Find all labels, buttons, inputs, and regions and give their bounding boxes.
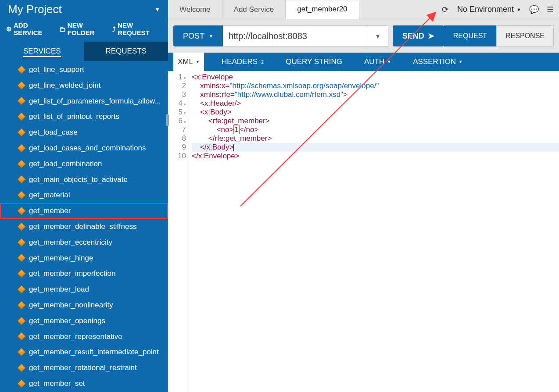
headers-tab[interactable]: HEADERS2 (217, 53, 268, 71)
service-icon (17, 317, 26, 325)
service-icon (17, 128, 26, 137)
tab-requests[interactable]: REQUESTS (84, 42, 168, 61)
method-selector[interactable]: POST ▼ (173, 25, 223, 46)
service-item[interactable]: get_member_nonlinearity (0, 297, 168, 313)
new-folder-button[interactable]: 🗀 NEW FOLDER (59, 21, 107, 36)
add-service-button[interactable]: ⊕ ADD SERVICE (6, 21, 54, 36)
environment-selector[interactable]: No Environment ▼ (457, 5, 521, 14)
code-area[interactable]: <x:Envelope xmlns:x="http://schemas.xmls… (189, 71, 559, 392)
service-icon (17, 285, 26, 294)
service-icon (17, 363, 26, 372)
service-label: get_load_combination (29, 159, 102, 169)
tab-services-label: SERVICES (23, 47, 61, 57)
service-label: get_list_of_parameters_formula_allow... (29, 96, 161, 107)
service-item[interactable]: get_member_imperfection (0, 266, 168, 282)
service-label: get_material (29, 190, 70, 200)
menu-icon[interactable]: ☰ (547, 5, 554, 14)
service-label: get_load_cases_and_combinations (29, 143, 146, 153)
service-label: get_member_rotational_restraint (29, 363, 137, 373)
service-icon (17, 379, 26, 388)
new-request-button[interactable]: ⤴ NEW REQUEST (112, 21, 162, 36)
sidebar-tabs: SERVICES REQUESTS (0, 42, 168, 61)
service-label: get_line_welded_joint (29, 80, 101, 91)
request-tab[interactable]: REQUEST (444, 25, 496, 46)
service-icon (17, 254, 26, 263)
tab-requests-label: REQUESTS (105, 47, 147, 55)
service-item[interactable]: get_line_welded_joint (0, 78, 168, 93)
service-item[interactable]: get_line_support (0, 62, 168, 78)
plus-circle-icon: ⊕ (6, 25, 12, 33)
method-label: POST (183, 32, 204, 41)
caret-down-icon: ▼ (459, 60, 462, 64)
service-icon (17, 269, 26, 278)
service-icon (17, 222, 26, 231)
service-item[interactable]: get_member_definable_stiffness (0, 219, 168, 235)
service-item[interactable]: get_load_cases_and_combinations (0, 140, 168, 156)
service-label: get_list_of_printout_reports (29, 111, 119, 122)
tab-welcome[interactable]: Welcome (168, 0, 222, 19)
request-response-tabs: REQUEST RESPONSE (444, 25, 554, 46)
service-item[interactable]: get_main_objects_to_activate (0, 172, 168, 188)
url-input-wrapper (223, 25, 368, 46)
line-gutter: 12345678910 (168, 71, 189, 392)
service-item[interactable]: get_list_of_parameters_formula_allow... (0, 93, 168, 109)
service-item[interactable]: get_member_representative (0, 329, 168, 345)
service-label: get_member_openings (29, 316, 105, 326)
new-folder-label: NEW FOLDER (68, 21, 107, 36)
response-tab[interactable]: RESPONSE (496, 25, 554, 46)
request-row: POST ▼ ▾ SEND ➤ REQUEST RESPONSE (168, 19, 559, 53)
headers-count: 2 (261, 59, 264, 64)
service-icon (17, 332, 26, 341)
tab-add-service[interactable]: Add Service (222, 0, 286, 19)
service-item[interactable]: get_member_openings (0, 313, 168, 329)
service-label: get_member_set (29, 378, 85, 389)
new-request-icon: ⤴ (112, 25, 116, 33)
assertion-tab[interactable]: ASSERTION ▼ (408, 53, 467, 71)
service-label: get_member_result_intermediate_point (29, 347, 159, 357)
service-icon (17, 65, 26, 74)
service-icon (17, 97, 26, 106)
service-item[interactable]: get_material (0, 187, 168, 203)
service-icon (17, 348, 26, 356)
service-item[interactable]: get_member_set (0, 376, 168, 392)
service-icon (17, 160, 26, 168)
service-icon (17, 238, 26, 247)
refresh-icon[interactable]: ⟳ (442, 5, 448, 14)
sidebar-scrollbar-thumb[interactable] (166, 114, 169, 126)
service-label: get_member_load (29, 284, 89, 295)
query-string-tab[interactable]: QUERY STRING (281, 53, 347, 71)
caret-down-icon: ▼ (387, 60, 391, 64)
send-button[interactable]: SEND ➤ (393, 25, 444, 46)
project-caret-icon: ▼ (154, 6, 160, 13)
service-label: get_line_support (29, 64, 84, 75)
auth-tab[interactable]: AUTH ▼ (360, 53, 395, 71)
caret-down-icon: ▼ (516, 7, 521, 12)
service-item[interactable]: get_member_eccentricity (0, 235, 168, 250)
body-format-selector[interactable]: XML ▼ (173, 53, 204, 71)
service-item[interactable]: get_load_combination (0, 156, 168, 172)
project-header[interactable]: My Project ▼ (0, 0, 168, 21)
main-panel: Welcome Add Service get_member20 ⟳ No En… (168, 0, 559, 392)
service-icon (17, 301, 26, 310)
content-type-bar: XML ▼ HEADERS2 QUERY STRING AUTH ▼ ASSER… (168, 53, 559, 71)
service-icon (17, 144, 26, 153)
service-item[interactable]: get_member_result_intermediate_point (0, 344, 168, 360)
tab-current-request[interactable]: get_member20 (286, 0, 359, 19)
xml-editor[interactable]: 12345678910 <x:Envelope xmlns:x="http://… (168, 71, 559, 392)
environment-label: No Environment (457, 5, 514, 14)
service-item[interactable]: get_list_of_printout_reports (0, 109, 168, 125)
service-item[interactable]: get_member_hinge (0, 250, 168, 266)
service-label: get_member_imperfection (29, 268, 115, 279)
tab-services[interactable]: SERVICES (0, 42, 84, 61)
url-history-dropdown[interactable]: ▾ (368, 25, 388, 46)
service-item[interactable]: get_load_case (0, 125, 168, 140)
url-input[interactable] (229, 31, 362, 41)
folder-plus-icon: 🗀 (59, 25, 66, 33)
service-item[interactable]: get_member_load (0, 282, 168, 297)
sidebar-actions: ⊕ ADD SERVICE 🗀 NEW FOLDER ⤴ NEW REQUEST (0, 21, 168, 42)
auth-label: AUTH (364, 57, 384, 66)
chat-icon[interactable]: 💬 (529, 5, 539, 14)
services-list[interactable]: get_line_supportget_line_welded_jointget… (0, 61, 168, 392)
service-item[interactable]: get_member_rotational_restraint (0, 360, 168, 376)
service-item[interactable]: get_member (0, 203, 168, 219)
